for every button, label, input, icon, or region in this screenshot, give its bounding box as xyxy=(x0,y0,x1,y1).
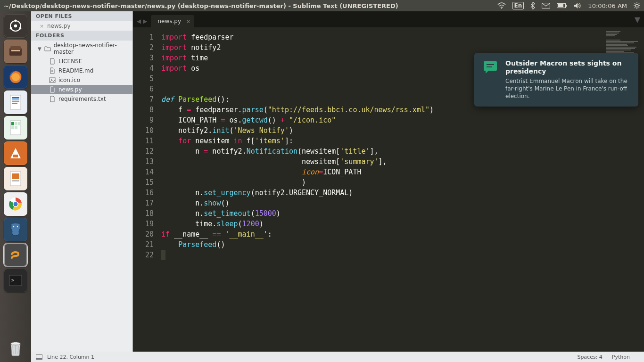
svg-point-17 xyxy=(10,27,12,30)
chrome-icon[interactable] xyxy=(4,192,27,216)
image-icon xyxy=(49,77,56,83)
system-tray: En 10:00:06 AM xyxy=(497,2,640,9)
volume-icon[interactable] xyxy=(574,2,581,9)
notification-title: Outsider Macron sets sights on presidenc… xyxy=(505,59,631,75)
tab-label: news.py xyxy=(157,18,181,25)
svg-rect-21 xyxy=(11,50,20,51)
mail-icon[interactable] xyxy=(542,3,550,8)
svg-point-16 xyxy=(19,27,22,30)
dash-icon[interactable] xyxy=(4,14,27,38)
gutter: 12345678910111213141516171819202122 xyxy=(133,27,158,352)
svg-rect-25 xyxy=(12,99,19,100)
terminal-icon[interactable]: >_ xyxy=(4,269,27,292)
battery-icon[interactable] xyxy=(557,3,567,8)
nav-back-icon[interactable]: ◀ xyxy=(137,18,141,25)
svg-rect-3 xyxy=(566,5,567,7)
svg-point-47 xyxy=(51,79,52,80)
tab-bar: ◀ ▶ news.py × ▼ xyxy=(133,11,644,27)
sublime-icon[interactable] xyxy=(4,243,27,267)
py-icon xyxy=(49,86,56,93)
nav-forward-icon[interactable]: ▶ xyxy=(143,18,147,25)
folder-root[interactable]: ▼ desktop-news-notifier-master xyxy=(31,41,132,57)
clock[interactable]: 10:00:06 AM xyxy=(588,2,627,9)
gear-icon[interactable] xyxy=(634,2,640,9)
top-menubar: ~/Desktop/desktop-news-notifier-master/n… xyxy=(0,0,644,11)
calc-icon[interactable] xyxy=(4,116,27,140)
tab-active[interactable]: news.py × xyxy=(151,15,194,27)
doc-icon xyxy=(49,96,56,102)
svg-rect-32 xyxy=(11,126,14,129)
impress-icon[interactable] xyxy=(4,167,27,190)
folder-label: desktop-news-notifier-master xyxy=(54,42,128,55)
svg-point-0 xyxy=(501,8,502,9)
files-icon[interactable] xyxy=(4,40,27,63)
cursor-position: Line 22, Column 1 xyxy=(47,354,94,360)
svg-point-18 xyxy=(14,25,17,27)
panel-switcher-icon[interactable] xyxy=(36,354,42,360)
trash-icon[interactable] xyxy=(4,336,27,359)
svg-point-5 xyxy=(636,4,638,7)
firefox-icon[interactable] xyxy=(4,65,27,89)
svg-line-13 xyxy=(639,3,639,4)
input-lang-indicator[interactable]: En xyxy=(512,2,524,9)
svg-rect-31 xyxy=(18,122,20,125)
file-row[interactable]: requirements.txt xyxy=(31,94,132,104)
close-icon[interactable]: × xyxy=(40,23,44,29)
notification-body: Centrist Emmanuel Macron will take on th… xyxy=(505,77,631,100)
open-file-label: news.py xyxy=(47,23,71,29)
svg-rect-4 xyxy=(558,4,563,7)
desktop-notification[interactable]: Outsider Macron sets sights on presidenc… xyxy=(474,53,638,107)
writer-icon[interactable] xyxy=(4,90,27,114)
svg-point-40 xyxy=(14,202,18,206)
open-files-header: OPEN FILES xyxy=(31,11,132,21)
folders-header: FOLDERS xyxy=(31,31,132,41)
svg-line-10 xyxy=(635,3,635,4)
svg-rect-34 xyxy=(13,155,18,157)
svg-point-15 xyxy=(15,20,17,22)
svg-point-42 xyxy=(17,226,18,227)
doc-icon xyxy=(49,58,56,65)
folder-icon xyxy=(44,45,51,52)
svg-rect-29 xyxy=(11,122,14,125)
file-label: icon.ico xyxy=(58,77,80,83)
file-row-active[interactable]: news.py xyxy=(31,85,132,94)
software-icon[interactable] xyxy=(4,141,27,165)
file-label: README.md xyxy=(58,67,93,74)
svg-rect-24 xyxy=(12,97,19,99)
md-icon xyxy=(49,67,56,74)
svg-rect-26 xyxy=(12,101,19,102)
bluetooth-icon[interactable] xyxy=(530,2,535,9)
svg-rect-37 xyxy=(12,180,19,181)
svg-rect-36 xyxy=(12,173,19,179)
file-row[interactable]: icon.ico xyxy=(31,75,132,85)
tab-overflow-icon[interactable]: ▼ xyxy=(635,15,640,24)
file-row[interactable]: README.md xyxy=(31,66,132,75)
status-bar: Line 22, Column 1 Spaces: 4 Python xyxy=(31,352,644,362)
svg-point-41 xyxy=(13,226,14,227)
file-row[interactable]: LICENSE xyxy=(31,57,132,66)
notification-content: Outsider Macron sets sights on presidenc… xyxy=(505,59,631,100)
svg-rect-33 xyxy=(15,126,17,129)
file-label: news.py xyxy=(58,86,82,93)
chevron-down-icon: ▼ xyxy=(38,46,41,51)
open-file-item[interactable]: × news.py xyxy=(31,21,132,31)
wifi-icon[interactable] xyxy=(497,2,506,9)
close-icon[interactable]: × xyxy=(186,18,190,25)
window-title: ~/Desktop/desktop-news-notifier-master/n… xyxy=(4,2,497,9)
file-label: LICENSE xyxy=(58,58,82,65)
svg-point-45 xyxy=(11,342,20,345)
chat-icon xyxy=(482,59,499,76)
syntax-setting[interactable]: Python xyxy=(612,354,630,360)
postgres-icon[interactable] xyxy=(4,218,27,241)
file-label: requirements.txt xyxy=(58,96,106,102)
svg-line-12 xyxy=(635,8,635,8)
svg-rect-20 xyxy=(10,46,21,50)
unity-launcher: >_ xyxy=(0,11,31,362)
svg-rect-27 xyxy=(12,103,17,104)
tab-nav-arrows: ◀ ▶ xyxy=(136,18,151,27)
svg-text:>_: >_ xyxy=(11,278,17,283)
svg-rect-30 xyxy=(15,122,17,125)
svg-line-11 xyxy=(639,8,639,8)
sidebar: OPEN FILES × news.py FOLDERS ▼ desktop-n… xyxy=(31,11,133,352)
indent-setting[interactable]: Spaces: 4 xyxy=(577,354,602,360)
